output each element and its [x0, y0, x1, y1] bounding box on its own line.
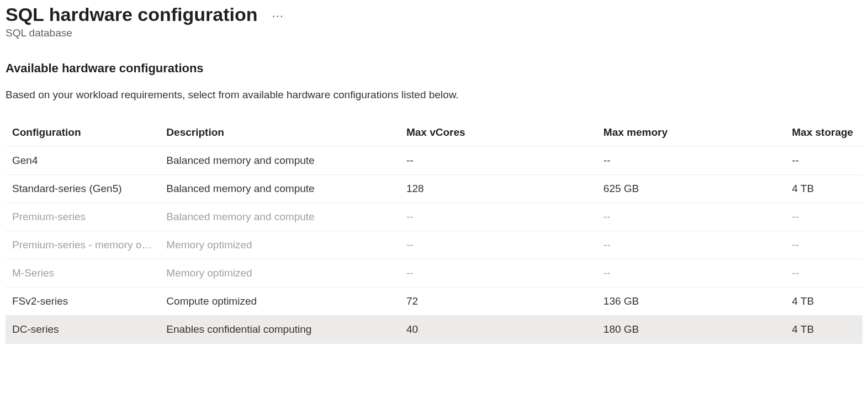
col-header-max-storage[interactable]: Max storage: [785, 121, 862, 147]
cell-max-memory: 136 GB: [597, 287, 785, 315]
table-row[interactable]: M-SeriesMemory optimized------: [6, 259, 862, 287]
cell-max-memory: 180 GB: [597, 315, 785, 343]
cell-max-storage: --: [785, 146, 862, 174]
table-row[interactable]: Premium-seriesBalanced memory and comput…: [6, 203, 862, 231]
table-row[interactable]: FSv2-seriesCompute optimized72136 GB4 TB: [6, 287, 862, 315]
cell-description: Enables confidential computing: [160, 315, 400, 343]
cell-configuration: Standard-series (Gen5): [6, 174, 160, 203]
cell-max-vcores: 72: [400, 287, 597, 315]
cell-max-memory: --: [597, 203, 785, 231]
cell-max-storage: --: [785, 203, 862, 231]
cell-max-vcores: --: [400, 231, 597, 259]
table-row[interactable]: Standard-series (Gen5)Balanced memory an…: [6, 174, 862, 203]
cell-max-storage: --: [785, 259, 862, 287]
table-row[interactable]: Premium-series - memory optimizedMemory …: [6, 231, 862, 259]
hardware-config-table: Configuration Description Max vCores Max…: [6, 121, 862, 344]
cell-max-storage: 4 TB: [785, 315, 862, 343]
cell-max-vcores: 128: [400, 174, 597, 203]
cell-max-memory: 625 GB: [597, 174, 785, 203]
cell-max-vcores: 40: [400, 315, 597, 343]
table-row[interactable]: DC-seriesEnables confidential computing4…: [6, 315, 862, 343]
cell-description: Balanced memory and compute: [160, 146, 400, 174]
table-row[interactable]: Gen4Balanced memory and compute------: [6, 146, 862, 174]
cell-max-memory: --: [597, 231, 785, 259]
cell-configuration: FSv2-series: [6, 287, 160, 315]
section-description: Based on your workload requirements, sel…: [6, 89, 862, 101]
cell-description: Balanced memory and compute: [160, 203, 400, 231]
cell-configuration: DC-series: [6, 315, 160, 343]
cell-description: Balanced memory and compute: [160, 174, 400, 203]
cell-configuration: M-Series: [6, 259, 160, 287]
cell-max-vcores: --: [400, 146, 597, 174]
cell-max-storage: 4 TB: [785, 287, 862, 315]
col-header-description[interactable]: Description: [160, 121, 400, 147]
cell-max-vcores: --: [400, 259, 597, 287]
section-heading: Available hardware configurations: [6, 61, 862, 76]
cell-max-memory: --: [597, 146, 785, 174]
cell-configuration: Premium-series - memory optimized: [6, 231, 160, 259]
cell-description: Memory optimized: [160, 231, 400, 259]
cell-max-storage: --: [785, 231, 862, 259]
more-actions-button[interactable]: ···: [269, 9, 287, 23]
cell-configuration: Premium-series: [6, 203, 160, 231]
cell-max-storage: 4 TB: [785, 174, 862, 203]
col-header-max-memory[interactable]: Max memory: [597, 121, 785, 147]
cell-max-vcores: --: [400, 203, 597, 231]
page-subtitle: SQL database: [6, 27, 862, 39]
col-header-configuration[interactable]: Configuration: [6, 121, 160, 147]
cell-configuration: Gen4: [6, 146, 160, 174]
cell-max-memory: --: [597, 259, 785, 287]
cell-description: Memory optimized: [160, 259, 400, 287]
page-title: SQL hardware configuration: [6, 3, 258, 26]
cell-description: Compute optimized: [160, 287, 400, 315]
col-header-max-vcores[interactable]: Max vCores: [400, 121, 597, 147]
